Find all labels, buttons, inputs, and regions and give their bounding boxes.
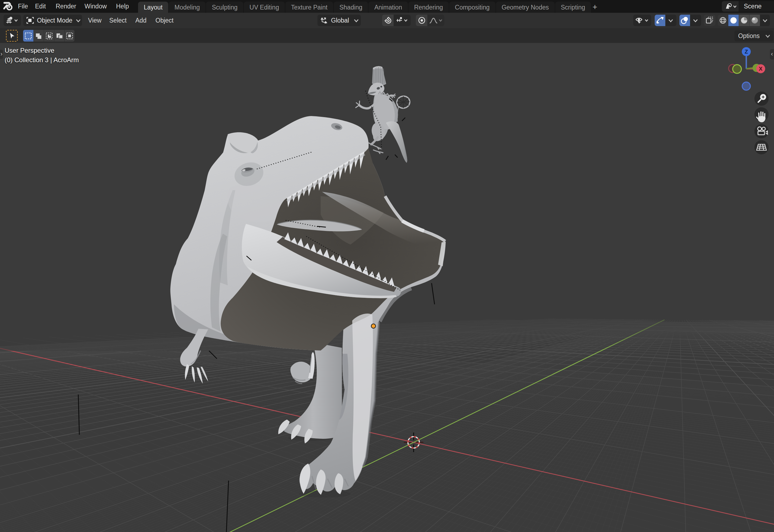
svg-text:Z: Z <box>745 49 748 55</box>
svg-text:X: X <box>759 66 763 72</box>
